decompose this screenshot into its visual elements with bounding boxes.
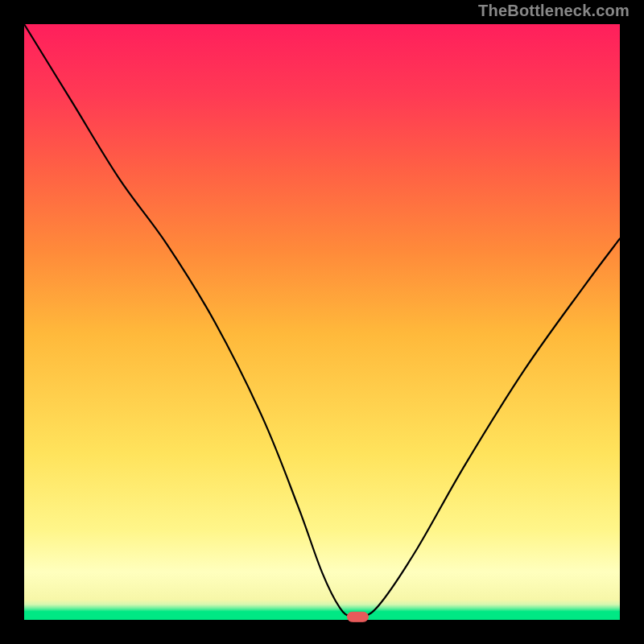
curve-layer — [24, 24, 620, 620]
bottleneck-curve — [24, 24, 620, 618]
plot-area — [24, 24, 620, 620]
minimum-marker — [347, 612, 368, 621]
watermark-label: TheBottleneck.com — [478, 2, 630, 20]
chart-frame: TheBottleneck.com — [0, 0, 644, 644]
